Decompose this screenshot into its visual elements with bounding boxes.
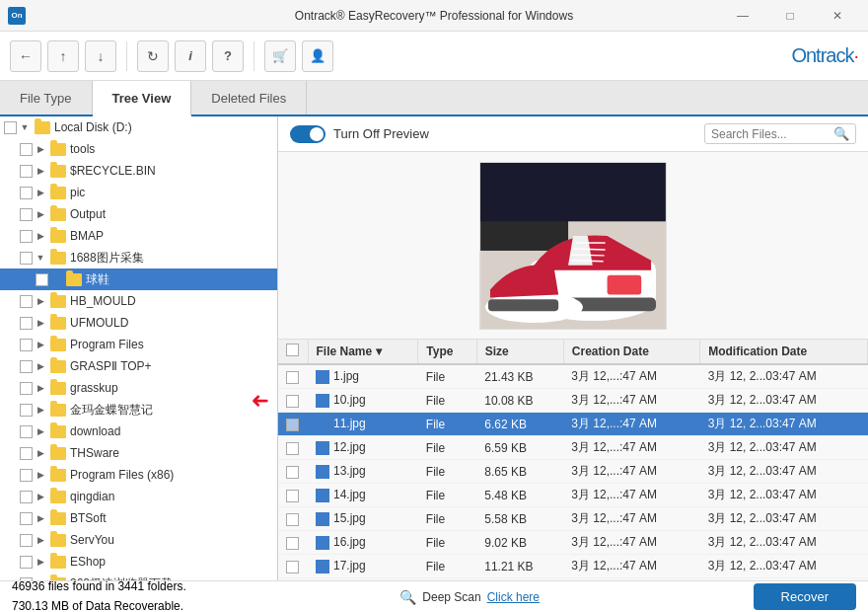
tree-expander[interactable]: ▼ xyxy=(35,252,46,264)
tree-checkbox[interactable] xyxy=(20,404,33,417)
table-row[interactable]: 12.jpgFile6.59 KB3月 12,...:47 AM3月 12, 2… xyxy=(278,436,868,460)
tree-item[interactable]: ▶tools xyxy=(0,138,277,160)
user-button[interactable]: 👤 xyxy=(302,40,333,72)
tree-expander[interactable]: ▶ xyxy=(35,230,46,242)
table-row[interactable]: 1.jpgFile21.43 KB3月 12,...:47 AM3月 12, 2… xyxy=(278,364,868,389)
tree-expander[interactable]: ▶ xyxy=(35,143,46,155)
table-row[interactable]: 11.jpgFile6.62 KB3月 12,...:47 AM3月 12, 2… xyxy=(278,413,868,436)
tree-item[interactable]: ▶Program Files (x86) xyxy=(0,464,277,486)
row-checkbox[interactable] xyxy=(286,513,299,526)
search-input[interactable] xyxy=(711,127,830,141)
tab-deleted-files[interactable]: Deleted Files xyxy=(191,81,307,115)
tree-expander[interactable]: ▶ xyxy=(35,187,46,198)
row-checkbox[interactable] xyxy=(286,419,299,431)
tree-item[interactable]: ▶HB_MOULD xyxy=(0,290,277,312)
row-checkbox[interactable] xyxy=(286,490,299,502)
tab-file-type[interactable]: File Type xyxy=(0,81,93,115)
tree-checkbox[interactable] xyxy=(20,447,33,460)
tree-expander[interactable]: ▶ xyxy=(35,165,46,177)
minimize-button[interactable]: — xyxy=(720,0,765,32)
tree-expander[interactable]: ▶ xyxy=(35,295,46,307)
tree-checkbox[interactable] xyxy=(20,491,33,503)
tree-checkbox[interactable] xyxy=(20,556,33,569)
tree-item[interactable]: ▼1688图片采集 xyxy=(0,247,277,268)
tree-checkbox[interactable] xyxy=(20,230,33,243)
tree-checkbox[interactable] xyxy=(20,187,33,199)
table-row[interactable]: 18.jpgFile6.54 KB3月 12,...:47 AM3月 12, 2… xyxy=(278,578,868,581)
tree-item[interactable]: ▶金玛金蝶智慧记 xyxy=(0,399,277,421)
up-button[interactable]: ↑ xyxy=(47,40,79,72)
row-checkbox[interactable] xyxy=(286,537,299,550)
tree-item[interactable]: ▶GRASPⅡ TOP+ xyxy=(0,355,277,377)
tree-item[interactable]: 球鞋 xyxy=(0,268,277,290)
tree-expander[interactable]: ▶ xyxy=(35,404,46,416)
header-checkbox[interactable] xyxy=(286,344,299,356)
tree-item[interactable]: ▶$RECYCLE.BIN xyxy=(0,160,277,182)
tree-item[interactable]: ▶pic xyxy=(0,182,277,203)
tree-checkbox[interactable] xyxy=(20,317,33,330)
tree-checkbox[interactable] xyxy=(20,382,33,395)
tree-item[interactable]: ▶BMAP xyxy=(0,225,277,247)
tree-checkbox[interactable] xyxy=(20,295,33,308)
tree-expander[interactable]: ▶ xyxy=(35,512,46,524)
row-checkbox[interactable] xyxy=(286,371,299,384)
col-filename[interactable]: File Name ▾ xyxy=(308,340,418,364)
col-modification[interactable]: Modification Date xyxy=(700,340,868,364)
table-row[interactable]: 14.jpgFile5.48 KB3月 12,...:47 AM3月 12, 2… xyxy=(278,484,868,507)
maximize-button[interactable]: □ xyxy=(767,0,813,32)
table-row[interactable]: 15.jpgFile5.58 KB3月 12,...:47 AM3月 12, 2… xyxy=(278,507,868,531)
cart-button[interactable]: 🛒 xyxy=(264,40,296,72)
back-button[interactable]: ← xyxy=(10,40,41,72)
deep-scan-link[interactable]: Click here xyxy=(487,590,540,604)
tree-item[interactable]: ▶Output xyxy=(0,203,277,225)
row-checkbox[interactable] xyxy=(286,561,299,574)
col-creation[interactable]: Creation Date xyxy=(563,340,699,364)
tree-expander[interactable]: ▶ xyxy=(35,382,46,394)
tree-item[interactable]: ▼Local Disk (D:) xyxy=(0,116,277,138)
col-size[interactable]: Size xyxy=(476,340,563,364)
tree-item[interactable]: ▶qingdian xyxy=(0,486,277,507)
tree-checkbox[interactable] xyxy=(20,208,33,221)
tree-checkbox[interactable] xyxy=(36,273,48,286)
table-row[interactable]: 10.jpgFile10.08 KB3月 12,...:47 AM3月 12, … xyxy=(278,389,868,413)
tree-item[interactable]: ▶THSware xyxy=(0,442,277,464)
tree-expander[interactable]: ▶ xyxy=(35,447,46,459)
col-type[interactable]: Type xyxy=(418,340,476,364)
tree-expander[interactable]: ▼ xyxy=(19,121,31,133)
tree-checkbox[interactable] xyxy=(4,121,17,134)
table-row[interactable]: 17.jpgFile11.21 KB3月 12,...:47 AM3月 12, … xyxy=(278,555,868,578)
table-row[interactable]: 16.jpgFile9.02 KB3月 12,...:47 AM3月 12, 2… xyxy=(278,531,868,555)
down-button[interactable]: ↓ xyxy=(85,40,116,72)
tree-expander[interactable]: ▶ xyxy=(35,534,46,546)
tree-checkbox[interactable] xyxy=(20,252,33,265)
tab-tree-view[interactable]: Tree View xyxy=(93,81,192,116)
tree-expander[interactable]: ▶ xyxy=(35,360,46,372)
row-checkbox[interactable] xyxy=(286,442,299,455)
tree-expander[interactable]: ▶ xyxy=(35,556,46,568)
tree-item[interactable]: ▶Program Files xyxy=(0,334,277,355)
refresh-button[interactable]: ↻ xyxy=(137,40,169,72)
tree-expander[interactable]: ▶ xyxy=(35,491,46,502)
tree-checkbox[interactable] xyxy=(20,143,33,156)
tree-item[interactable]: ▶download xyxy=(0,421,277,442)
table-row[interactable]: 13.jpgFile8.65 KB3月 12,...:47 AM3月 12, 2… xyxy=(278,460,868,484)
tree-expander[interactable]: ▶ xyxy=(35,317,46,329)
tree-item[interactable]: ▶ServYou xyxy=(0,529,277,551)
recover-button[interactable]: Recover xyxy=(754,583,856,610)
tree-checkbox[interactable] xyxy=(20,165,33,178)
row-checkbox[interactable] xyxy=(286,395,299,408)
tree-item[interactable]: ▶UFMOULD xyxy=(0,312,277,334)
row-checkbox[interactable] xyxy=(286,466,299,479)
preview-toggle[interactable] xyxy=(290,125,326,143)
tree-checkbox[interactable] xyxy=(20,512,33,525)
tree-checkbox[interactable] xyxy=(20,339,33,351)
info-button[interactable]: i xyxy=(175,40,206,72)
tree-expander[interactable]: ▶ xyxy=(35,469,46,481)
tree-expander[interactable]: ▶ xyxy=(35,339,46,350)
tree-expander[interactable]: ▶ xyxy=(35,208,46,220)
tree-item[interactable]: ▶EShop xyxy=(0,551,277,573)
tree-item[interactable]: ▶BTSoft xyxy=(0,507,277,529)
tree-item[interactable]: ▶grasskup xyxy=(0,377,277,399)
tree-checkbox[interactable] xyxy=(20,425,33,438)
tree-checkbox[interactable] xyxy=(20,360,33,373)
